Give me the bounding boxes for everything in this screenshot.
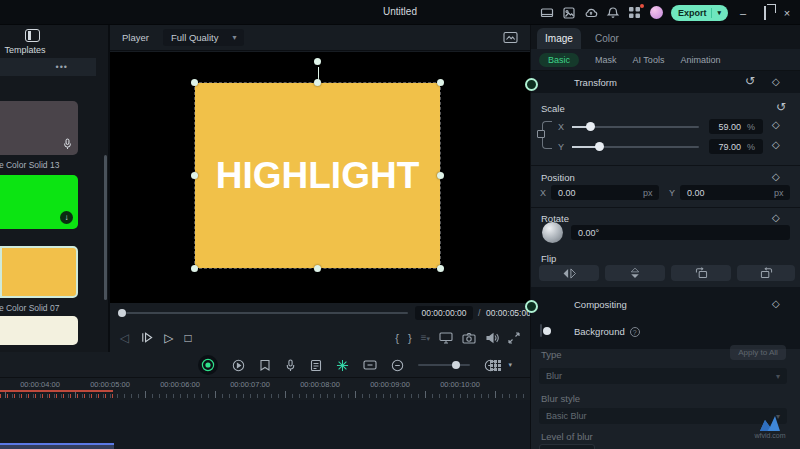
- scale-x-slider[interactable]: [572, 126, 699, 128]
- fullscreen-button[interactable]: [508, 332, 520, 344]
- record-button[interactable]: [198, 355, 218, 375]
- sidebar-scrollbar[interactable]: [104, 155, 107, 300]
- voiceover-mic-button[interactable]: [285, 359, 296, 372]
- current-time[interactable]: 00:00:00:00: [415, 306, 473, 320]
- compositing-keyframe-icon[interactable]: ◇: [772, 298, 780, 309]
- preview-canvas[interactable]: HIGHLIGHT: [110, 52, 530, 303]
- scale-x-knob[interactable]: [586, 122, 595, 131]
- apply-to-all-button[interactable]: Apply to All: [730, 345, 786, 360]
- close-button[interactable]: ×: [780, 7, 794, 19]
- screen-record-button[interactable]: [232, 359, 245, 372]
- grid-menu-icon[interactable]: [628, 6, 642, 20]
- avatar[interactable]: [650, 6, 663, 19]
- display-device-button[interactable]: [439, 331, 453, 344]
- resize-handle-tl[interactable]: [191, 79, 198, 86]
- chevron-down-icon: ▾: [776, 372, 780, 381]
- rotate-keyframe-icon[interactable]: ◇: [772, 212, 780, 223]
- step-forward-button[interactable]: [140, 331, 153, 344]
- rotate-cw-button[interactable]: [737, 265, 795, 281]
- marker-button[interactable]: [259, 359, 271, 372]
- flip-horizontal-button[interactable]: [539, 265, 599, 281]
- type-dropdown[interactable]: Blur ▾: [539, 368, 787, 384]
- progress-track[interactable]: [126, 312, 408, 314]
- resize-handle-tm[interactable]: [314, 79, 321, 86]
- subtab-ai-tools[interactable]: AI Tools: [633, 55, 665, 65]
- chevron-down-icon[interactable]: ▾: [508, 361, 512, 369]
- scale-y-value[interactable]: 79.00 %: [709, 139, 763, 154]
- bell-icon[interactable]: [606, 6, 620, 20]
- preview-scope-icon[interactable]: [503, 31, 518, 44]
- script-doc-button[interactable]: [310, 359, 322, 372]
- timeline-zoom-slider[interactable]: [418, 364, 470, 366]
- sidebar-item-templates[interactable]: Templates: [0, 29, 64, 55]
- cloud-upload-icon[interactable]: [584, 6, 598, 20]
- rotation-handle[interactable]: [314, 58, 321, 65]
- reset-icon[interactable]: ↺: [745, 76, 755, 86]
- play-button[interactable]: ▷: [164, 331, 173, 345]
- export-button[interactable]: Export ▾: [671, 5, 728, 21]
- auto-ripple-button[interactable]: [363, 359, 377, 371]
- rotate-dial[interactable]: [542, 222, 563, 243]
- timeline-ruler[interactable]: 00:00:04:00 00:00:05:00 00:00:06:00 00:0…: [0, 378, 530, 400]
- tab-image[interactable]: Image: [537, 28, 581, 49]
- scale-y-slider[interactable]: [572, 146, 699, 148]
- scale-x-value[interactable]: 59.00 %: [709, 119, 763, 134]
- media-item-color-solid-13[interactable]: [0, 101, 78, 155]
- keyframe-icon[interactable]: ◇: [772, 76, 780, 87]
- more-options-icon[interactable]: •••: [56, 62, 68, 72]
- rotate-ccw-button[interactable]: [671, 265, 731, 281]
- ai-effects-button[interactable]: [336, 359, 349, 372]
- export-chevron-icon[interactable]: ▾: [717, 9, 721, 17]
- scale-reset-icon[interactable]: ↺: [776, 102, 786, 112]
- restore-button[interactable]: [758, 7, 772, 19]
- quality-dropdown[interactable]: Full Quality ▾: [163, 29, 245, 46]
- scale-y-keyframe-icon[interactable]: ◇: [772, 139, 780, 150]
- background-label: Background?: [574, 326, 640, 337]
- scale-x-keyframe-icon[interactable]: ◇: [772, 119, 780, 130]
- playback-list-button[interactable]: ≡▾: [421, 332, 430, 343]
- background-toggle[interactable]: [540, 324, 542, 337]
- timeline-tracks[interactable]: [0, 400, 530, 449]
- selected-clip-box[interactable]: HIGHLIGHT: [195, 83, 440, 268]
- position-x-field[interactable]: 0.00 px: [551, 185, 659, 200]
- mark-out-button[interactable]: }: [408, 332, 412, 344]
- download-icon[interactable]: ↓: [60, 211, 73, 224]
- media-item-color-solid-green[interactable]: ↓: [0, 175, 78, 229]
- layout-icon[interactable]: [540, 6, 554, 20]
- background-text: Background: [574, 326, 625, 337]
- mark-in-button[interactable]: {: [395, 332, 399, 344]
- resize-handle-tr[interactable]: [437, 79, 444, 86]
- subtab-mask[interactable]: Mask: [595, 55, 617, 65]
- lock-ratio-icon[interactable]: [537, 130, 545, 138]
- rotate-field[interactable]: 0.00°: [571, 225, 790, 240]
- track-manager-icon[interactable]: [489, 359, 502, 372]
- divider: [531, 165, 800, 166]
- resize-handle-bm[interactable]: [314, 265, 321, 272]
- scale-y-knob[interactable]: [595, 142, 604, 151]
- subtab-animation[interactable]: Animation: [680, 55, 720, 65]
- flip-vertical-button[interactable]: [605, 265, 665, 281]
- media-item-color-solid-07[interactable]: [0, 246, 78, 298]
- subtab-basic[interactable]: Basic: [539, 53, 579, 67]
- position-y-field[interactable]: 0.00 px: [680, 185, 790, 200]
- volume-button[interactable]: [485, 332, 499, 344]
- zoom-out-button[interactable]: [391, 359, 404, 372]
- timeline-clip[interactable]: [0, 443, 114, 449]
- previous-frame-button[interactable]: ◁: [120, 331, 129, 345]
- resize-handle-br[interactable]: [437, 265, 444, 272]
- media-icon[interactable]: [562, 6, 576, 20]
- resize-handle-ml[interactable]: [191, 172, 198, 179]
- position-keyframe-icon[interactable]: ◇: [772, 171, 780, 182]
- resize-handle-bl[interactable]: [191, 265, 198, 272]
- help-icon[interactable]: ?: [630, 327, 640, 337]
- tab-color[interactable]: Color: [587, 28, 627, 49]
- resize-handle-mr[interactable]: [437, 172, 444, 179]
- notification-dot: [640, 4, 644, 8]
- snapshot-camera-button[interactable]: [462, 332, 476, 344]
- playhead-handle[interactable]: [118, 309, 126, 317]
- stop-button[interactable]: □: [184, 331, 191, 345]
- minimize-button[interactable]: –: [736, 7, 750, 19]
- media-item-color-solid-cream[interactable]: [0, 316, 78, 345]
- zoom-slider-knob[interactable]: [452, 361, 460, 369]
- level-of-blur-field[interactable]: [539, 444, 595, 449]
